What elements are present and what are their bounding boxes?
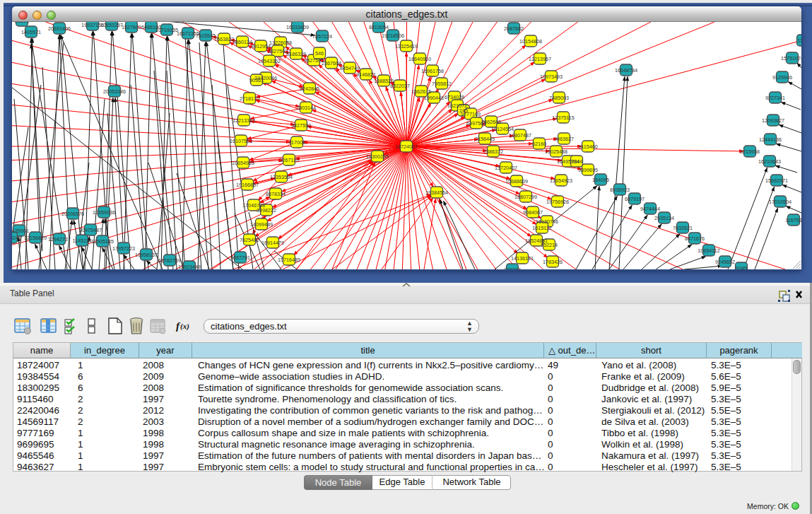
svg-text:10653267: 10653267 bbox=[100, 22, 123, 28]
svg-text:1562615: 1562615 bbox=[411, 88, 431, 95]
svg-text:7462666: 7462666 bbox=[481, 119, 501, 125]
svg-text:16120746: 16120746 bbox=[536, 218, 558, 225]
svg-text:23691: 23691 bbox=[15, 22, 29, 24]
svg-text:12505135: 12505135 bbox=[91, 238, 114, 245]
svg-text:13325419: 13325419 bbox=[395, 43, 418, 49]
svg-text:20691406: 20691406 bbox=[48, 25, 71, 32]
svg-text:19218506: 19218506 bbox=[382, 33, 404, 39]
svg-text:7632621: 7632621 bbox=[673, 225, 693, 231]
svg-text:10719155: 10719155 bbox=[155, 27, 178, 33]
svg-text:16782759: 16782759 bbox=[158, 257, 181, 264]
svg-text:10543362: 10543362 bbox=[258, 58, 281, 64]
svg-text:252214: 252214 bbox=[541, 242, 558, 248]
svg-text:16914479: 16914479 bbox=[261, 240, 284, 246]
svg-text:8186328: 8186328 bbox=[286, 51, 306, 57]
svg-text:9657791: 9657791 bbox=[230, 255, 250, 261]
svg-text:19166857: 19166857 bbox=[236, 182, 259, 188]
svg-text:2935134: 2935134 bbox=[654, 215, 674, 221]
svg-text:9115460: 9115460 bbox=[578, 144, 597, 150]
svg-text:6734028: 6734028 bbox=[445, 94, 464, 100]
svg-text:8938923: 8938923 bbox=[610, 187, 630, 193]
svg-text:3915248: 3915248 bbox=[12, 235, 21, 241]
svg-text:7625402: 7625402 bbox=[240, 237, 259, 243]
svg-text:17957223: 17957223 bbox=[112, 245, 135, 252]
svg-text:16210643: 16210643 bbox=[758, 158, 781, 165]
svg-text:12213363: 12213363 bbox=[233, 117, 255, 124]
svg-text:16124554: 16124554 bbox=[491, 126, 514, 132]
svg-text:10958137: 10958137 bbox=[135, 252, 158, 258]
svg-text:8813054: 8813054 bbox=[369, 24, 389, 30]
svg-text:14136141: 14136141 bbox=[511, 255, 534, 262]
svg-text:2087682: 2087682 bbox=[504, 25, 524, 32]
svg-text:9245652: 9245652 bbox=[715, 259, 735, 265]
svg-text:12156829: 12156829 bbox=[24, 235, 47, 241]
svg-text:9844: 9844 bbox=[571, 158, 582, 165]
svg-text:9084067: 9084067 bbox=[523, 209, 543, 216]
svg-text:90361: 90361 bbox=[249, 77, 264, 83]
svg-text:9463627: 9463627 bbox=[554, 136, 574, 142]
svg-text:9245: 9245 bbox=[736, 265, 747, 270]
svg-text:12375115: 12375115 bbox=[552, 115, 574, 121]
svg-text:1527602: 1527602 bbox=[122, 24, 141, 30]
svg-text:7485003: 7485003 bbox=[549, 95, 569, 101]
svg-text:15716485: 15716485 bbox=[278, 257, 300, 263]
svg-text:129234: 129234 bbox=[504, 267, 521, 270]
svg-text:9129946: 9129946 bbox=[772, 74, 792, 81]
svg-text:10654112: 10654112 bbox=[698, 247, 719, 254]
svg-text:62160: 62160 bbox=[532, 141, 546, 147]
svg-text:116753: 116753 bbox=[785, 217, 801, 223]
svg-text:10807487: 10807487 bbox=[509, 132, 531, 139]
svg-text:7515545: 7515545 bbox=[196, 33, 216, 39]
svg-text:12093827: 12093827 bbox=[762, 117, 784, 124]
svg-text:7663822: 7663822 bbox=[214, 36, 234, 42]
svg-text:14099489: 14099489 bbox=[250, 221, 273, 228]
svg-text:7955812: 7955812 bbox=[432, 81, 452, 87]
svg-text:9327503: 9327503 bbox=[268, 48, 288, 54]
svg-text:12923448: 12923448 bbox=[178, 264, 201, 270]
svg-text:6879197: 6879197 bbox=[625, 196, 645, 202]
svg-text:2718170: 2718170 bbox=[240, 95, 259, 102]
svg-text:2367608: 2367608 bbox=[322, 60, 341, 66]
svg-text:7857224: 7857224 bbox=[312, 33, 332, 40]
svg-text:30975487: 30975487 bbox=[79, 227, 102, 233]
svg-text:15751074: 15751074 bbox=[781, 55, 801, 62]
svg-text:16648784: 16648784 bbox=[615, 67, 637, 74]
svg-text:18724007: 18724007 bbox=[395, 144, 418, 150]
svg-text:8471676: 8471676 bbox=[685, 235, 705, 242]
svg-text:10688609: 10688609 bbox=[505, 178, 528, 185]
svg-text:1117: 1117 bbox=[798, 37, 801, 44]
svg-text:(x): (x) bbox=[180, 322, 189, 331]
svg-text:18640910: 18640910 bbox=[408, 56, 431, 62]
svg-text:17010504: 17010504 bbox=[769, 199, 792, 205]
svg-text:20206576: 20206576 bbox=[61, 211, 84, 217]
svg-text:417006: 417006 bbox=[288, 139, 305, 146]
svg-text:3267110: 3267110 bbox=[279, 157, 298, 163]
svg-text:12444136: 12444136 bbox=[759, 136, 782, 143]
svg-text:9899695: 9899695 bbox=[578, 167, 598, 173]
svg-text:9777169: 9777169 bbox=[461, 111, 481, 117]
svg-text:4135061: 4135061 bbox=[12, 228, 29, 234]
svg-text:1990448: 1990448 bbox=[424, 95, 444, 101]
svg-text:10025488: 10025488 bbox=[545, 148, 567, 155]
svg-text:1145114: 1145114 bbox=[73, 238, 92, 244]
svg-text:1783426: 1783426 bbox=[543, 259, 563, 265]
svg-text:13226058: 13226058 bbox=[269, 40, 292, 46]
svg-text:8242845: 8242845 bbox=[300, 86, 319, 92]
svg-text:16033809: 16033809 bbox=[286, 24, 309, 30]
svg-text:10654985: 10654985 bbox=[232, 160, 254, 166]
svg-text:9227341: 9227341 bbox=[765, 95, 785, 101]
svg-text:10154808: 10154808 bbox=[519, 38, 542, 45]
svg-text:7386372: 7386372 bbox=[483, 148, 503, 155]
svg-text:18300295: 18300295 bbox=[366, 153, 389, 160]
svg-text:16107553: 16107553 bbox=[230, 138, 252, 144]
svg-text:9474444: 9474444 bbox=[640, 206, 660, 212]
svg-text:15692971: 15692971 bbox=[765, 177, 788, 184]
svg-text:16961758: 16961758 bbox=[421, 68, 444, 74]
svg-text:12353594: 12353594 bbox=[270, 174, 293, 180]
svg-text:164095: 164095 bbox=[592, 177, 609, 183]
svg-text:13654923: 13654923 bbox=[550, 177, 572, 184]
svg-text:18807299: 18807299 bbox=[514, 194, 537, 200]
svg-text:9860124: 9860124 bbox=[233, 39, 252, 45]
svg-text:12942737: 12942737 bbox=[48, 236, 71, 243]
svg-text:9146821: 9146821 bbox=[356, 71, 376, 78]
